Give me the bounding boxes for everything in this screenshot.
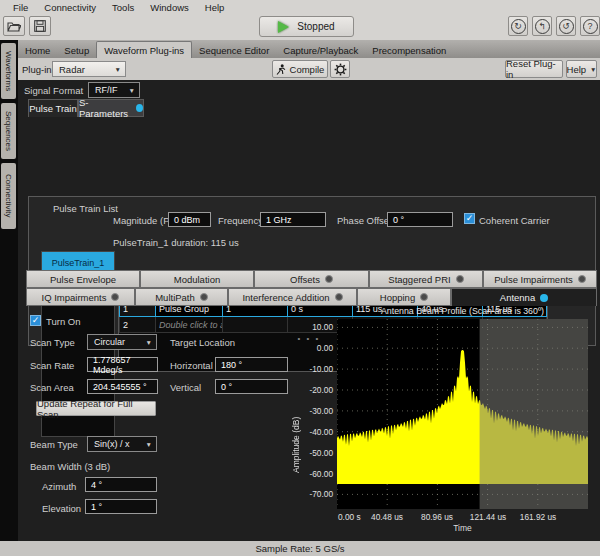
tab-interference-addition[interactable]: Interference Addition (228, 288, 357, 306)
about-help-button[interactable]: ? (580, 16, 600, 36)
menu-tools[interactable]: Tools (105, 2, 141, 13)
tab-pulse-impairments[interactable]: Pulse Impairments (483, 270, 597, 288)
compile-settings-button[interactable] (330, 60, 350, 78)
scan-type-select[interactable]: Circular▼ (87, 334, 157, 350)
azimuth-input[interactable]: 4 ° (85, 477, 157, 492)
plugin-help-label: Help (567, 64, 587, 75)
x-axis-label: Time (337, 523, 588, 533)
reset-plugin-label: Reset Plug-in (506, 58, 562, 80)
duration-text: PulseTrain_1 duration: 115 us (113, 237, 239, 248)
compile-label: Compile (290, 64, 325, 75)
cell-empty[interactable] (223, 317, 288, 333)
scan-area-input[interactable]: 204.545555 ° (87, 379, 158, 394)
tab-label: Offsets (290, 274, 320, 285)
menu-bar: File Connectivity Tools Windows Help (0, 0, 600, 14)
cell-index[interactable]: 2 (120, 317, 156, 333)
sidebar-tab-waveforms[interactable]: Waveforms (1, 43, 16, 99)
x-tick-label: 161.92 us (513, 512, 563, 522)
y-tick-label: -30.00 (297, 406, 333, 416)
reset-layout-button[interactable]: ↺ (556, 16, 576, 36)
phase-offset-input[interactable]: 0 ° (387, 212, 453, 227)
left-dock-sidebar: Waveforms Sequences Connectivity (0, 40, 18, 541)
play-icon (278, 21, 289, 33)
s-parameters-tab-label: S-Parameters (79, 97, 131, 119)
tab-hopping[interactable]: Hopping (357, 288, 451, 306)
save-icon (34, 20, 46, 32)
plugin-select[interactable]: Radar▼ (52, 61, 126, 77)
tab-setup[interactable]: Setup (57, 42, 96, 58)
menu-windows[interactable]: Windows (143, 2, 196, 13)
tab-offsets[interactable]: Offsets (254, 270, 369, 288)
run-stop-button[interactable]: Stopped (259, 16, 354, 37)
coherent-carrier-checkbox[interactable]: ✓ (464, 213, 475, 224)
tab-sequence-editor[interactable]: Sequence Editor (192, 42, 276, 58)
tab-staggered-pri[interactable]: Staggered PRI (369, 270, 483, 288)
sample-rate-text: Sample Rate: 5 GS/s (255, 543, 344, 554)
elevation-input[interactable]: 1 ° (85, 499, 157, 514)
scan-type-value: Circular (94, 337, 125, 347)
update-repeat-button[interactable]: Update Repeat for Full Scan (36, 401, 156, 416)
sidebar-tab-connectivity[interactable]: Connectivity (1, 163, 16, 229)
scan-rate-input[interactable]: 1.778657 Mdeg/s (87, 357, 158, 372)
tab-home[interactable]: Home (18, 42, 57, 58)
run-state-label: Stopped (297, 21, 334, 32)
horizontal-input[interactable]: 180 ° (215, 357, 288, 372)
tab-s-parameters[interactable]: S-Parameters (78, 99, 144, 117)
magnitude-input[interactable]: 0 dBm (168, 212, 211, 227)
frequency-input[interactable]: 1 GHz (260, 212, 326, 227)
tab-modulation[interactable]: Modulation (140, 270, 254, 288)
tab-pulse-envelope[interactable]: Pulse Envelope (26, 270, 140, 288)
menu-file[interactable]: File (6, 2, 35, 13)
y-tick-label: -60.00 (297, 469, 333, 479)
reset-plugin-button[interactable]: Reset Plug-in (505, 60, 563, 78)
tab-iq-impairments[interactable]: IQ Impairments (26, 288, 135, 306)
pulse-train-tab-label: Pulse Train (29, 103, 77, 114)
status-bar: Sample Rate: 5 GS/s (0, 541, 600, 556)
signal-format-value: RF/IF (95, 85, 118, 95)
beam-type-select[interactable]: Sin(x) / x▼ (87, 436, 157, 452)
chevron-down-icon: ▼ (146, 339, 152, 346)
open-file-button[interactable] (3, 16, 25, 36)
tab-label: Interference Addition (242, 292, 329, 303)
menu-help[interactable]: Help (198, 2, 232, 13)
beam-type-value: Sin(x) / x (94, 439, 130, 449)
x-tick-label: 121.44 us (463, 512, 513, 522)
tab-precompensation[interactable]: Precompensation (365, 42, 453, 58)
beam-width-label: Beam Width (3 dB) (30, 461, 110, 472)
compile-button[interactable]: Compile (272, 60, 328, 78)
scan-type-label: Scan Type (30, 337, 75, 348)
cell-add-hint[interactable]: Double click to add (156, 317, 223, 333)
tab-antenna[interactable]: Antenna (451, 288, 597, 306)
application-window: File Connectivity Tools Windows Help Sto… (0, 0, 600, 556)
tab-multipath[interactable]: MultiPath (135, 288, 228, 306)
chart-title: Antenna Beam Profile (Scan area is 360º) (337, 306, 588, 316)
refresh-settings-button[interactable]: ↻ (508, 16, 528, 36)
table-splitter-handle[interactable]: • • • (279, 334, 339, 343)
chevron-down-icon: ▼ (115, 66, 121, 73)
y-tick-label: -20.00 (297, 385, 333, 395)
sidebar-tab-sequences[interactable]: Sequences (1, 103, 16, 159)
restore-panel-button[interactable]: ↰ (532, 16, 552, 36)
tab-waveform-plugins[interactable]: Waveform Plug-ins (96, 41, 192, 58)
save-button[interactable] (29, 16, 51, 36)
pulse-train-list-title: Pulse Train List (53, 203, 118, 214)
plugin-help-button[interactable]: Help▼ (566, 60, 597, 78)
chevron-down-icon: ▼ (590, 66, 596, 73)
tab-pulse-train[interactable]: Pulse Train (28, 99, 78, 117)
signal-format-select[interactable]: RF/IF▼ (88, 82, 140, 98)
y-tick-label: -70.00 (297, 489, 333, 499)
menu-connectivity[interactable]: Connectivity (37, 2, 103, 13)
refresh-icon: ↻ (511, 19, 526, 34)
tab-label: Pulse Impairments (494, 274, 573, 285)
reset-layout-icon: ↺ (559, 19, 574, 34)
status-dot-icon (136, 104, 143, 112)
beam-type-label: Beam Type (30, 439, 78, 450)
phase-offset-label: Phase Offset (337, 215, 392, 226)
status-dot-icon (420, 293, 428, 301)
turn-on-checkbox[interactable]: ✓ (30, 315, 41, 326)
beam-profile-plot (337, 319, 588, 509)
vertical-input[interactable]: 0 ° (215, 379, 288, 394)
y-tick-label: 10.00 (297, 322, 333, 332)
tab-capture-playback[interactable]: Capture/Playback (276, 42, 365, 58)
status-dot-icon (540, 294, 548, 302)
